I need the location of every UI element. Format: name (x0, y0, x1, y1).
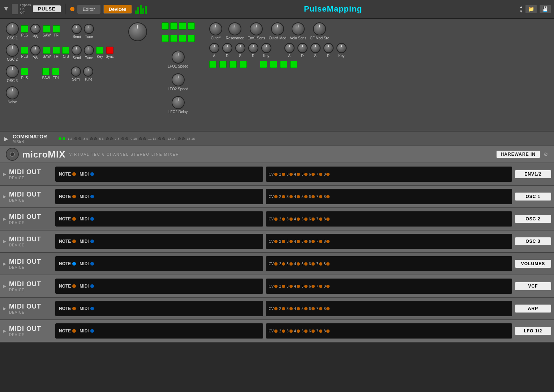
lfo-btn-2[interactable] (170, 22, 177, 30)
midi-subtitle-5: DEVICE (9, 288, 52, 292)
folder-button[interactable]: 📁 (525, 5, 537, 13)
lfo2-speed-knob[interactable] (172, 73, 185, 86)
cutoff-knob[interactable] (209, 22, 222, 35)
combinator-arrow[interactable]: ▶ (4, 136, 8, 142)
osc3-pls-btn[interactable] (21, 68, 28, 75)
midi-play-2[interactable]: ▶ (3, 216, 6, 221)
osc2-knob[interactable] (6, 44, 19, 57)
cv-item-7-1: CV (269, 329, 278, 333)
noise-knob[interactable] (6, 86, 19, 99)
midi-play-7[interactable]: ▶ (3, 328, 6, 333)
osc3-saw-btn[interactable] (42, 68, 50, 75)
osc2-pls-btn[interactable] (21, 47, 28, 54)
osc2-semi-knob[interactable] (72, 45, 82, 55)
editor-button[interactable]: Editor (77, 5, 100, 14)
cv-slots-4: CV 2 3 4 5 6 7 8 (266, 256, 512, 271)
cv-item-6-4: 4 (294, 307, 300, 311)
lfo1-speed-knob[interactable] (172, 51, 185, 64)
env1-r-knob[interactable] (248, 43, 258, 53)
midi-play-5[interactable]: ▶ (3, 284, 6, 289)
osc2-key-btn[interactable] (96, 47, 103, 54)
osc3-knob[interactable] (6, 65, 19, 78)
env1-a-knob[interactable] (209, 43, 219, 53)
cv-dot-3-5 (304, 240, 308, 243)
velosens-knob[interactable] (292, 22, 305, 35)
mixer-settings-icon[interactable]: ⚙ (544, 151, 548, 157)
osc3-tri-btn[interactable] (52, 68, 59, 75)
led-f2[interactable] (219, 61, 227, 68)
save-button[interactable]: 💾 (539, 5, 551, 13)
led-f6[interactable] (270, 61, 277, 68)
cutoffmod-knob[interactable] (271, 22, 284, 35)
dot-group-15-16 (178, 137, 185, 140)
hardware-in-badge[interactable]: HAREWARE IN (497, 151, 540, 158)
lfo2-delay-knob[interactable] (172, 96, 185, 109)
led-f5[interactable] (260, 61, 267, 68)
name-badge-1: OSC 1 (515, 193, 551, 201)
env1sens-knob[interactable] (250, 22, 263, 35)
env2-a-knob[interactable] (284, 43, 295, 53)
led-f3[interactable] (229, 61, 237, 68)
led-f4[interactable] (240, 61, 247, 68)
midi-play-4[interactable]: ▶ (3, 261, 6, 266)
led-f1[interactable] (209, 61, 216, 68)
lfo-btn-6[interactable] (170, 35, 177, 42)
env2-a-label: A (288, 54, 291, 58)
osc3-semi-knob[interactable] (71, 66, 81, 77)
power-btn[interactable] (12, 4, 18, 14)
lfo-btn-1[interactable] (162, 22, 169, 30)
cv-item-2-7: 7 (316, 217, 322, 221)
osc1-tune-knob[interactable] (84, 24, 94, 34)
center-knob[interactable] (128, 22, 147, 41)
osc2-saw-btn[interactable] (43, 47, 50, 54)
nav-down[interactable]: ▼ (519, 9, 523, 13)
osc2-tune-knob[interactable] (84, 45, 94, 55)
devices-button[interactable]: Devices (103, 5, 132, 14)
osc1-pls-btn[interactable] (21, 25, 28, 33)
osc2-sync-btn[interactable] (106, 47, 113, 54)
cv-dot-7-5 (304, 329, 308, 333)
midi-title-col-4: MIDI OUT DEVICE (9, 258, 52, 270)
cfmodsrc-knob[interactable] (313, 22, 326, 35)
midi-title-col-0: MIDI OUT DEVICE (9, 168, 52, 180)
env2-key-knob[interactable] (336, 43, 347, 53)
lfo-btn-7[interactable] (179, 35, 186, 42)
lfo-btn-3[interactable] (179, 22, 186, 30)
resonance-knob[interactable] (228, 22, 241, 35)
nav-arrows[interactable]: ▲ ▼ (519, 5, 523, 13)
env1-d-container: D (222, 43, 232, 58)
cv-dot-6-7 (319, 307, 322, 310)
midi-label-4: MIDI (80, 261, 89, 266)
env2-d-knob[interactable] (297, 43, 308, 53)
top-bar-left: ▼ Bypass On Off PULSE (3, 3, 61, 15)
osc1-saw-btn[interactable] (43, 25, 50, 33)
cv-item-1-4: 4 (294, 195, 300, 199)
osc2-crs-btn[interactable] (62, 47, 69, 54)
env2-r-knob[interactable] (323, 43, 334, 53)
osc2-tri-btn[interactable] (53, 47, 60, 54)
osc1-semi-knob[interactable] (72, 24, 82, 34)
osc1-pw-knob[interactable] (30, 24, 40, 34)
osc3-tune-knob[interactable] (83, 66, 93, 77)
env1-s-knob[interactable] (235, 43, 245, 53)
osc1-tri-btn[interactable] (53, 25, 60, 33)
midi-play-6[interactable]: ▶ (3, 306, 6, 311)
osc1-knob[interactable] (6, 22, 19, 35)
lfo-btn-8[interactable] (188, 35, 195, 42)
midi-play-3[interactable]: ▶ (3, 239, 6, 244)
midi-play-0[interactable]: ▶ (3, 172, 6, 177)
cv-dot-0-8 (326, 173, 330, 176)
midi-play-1[interactable]: ▶ (3, 194, 6, 199)
nav-up[interactable]: ▲ (519, 5, 523, 9)
led-f8[interactable] (290, 61, 297, 68)
osc2-key-label: Key (97, 55, 103, 59)
env1-key-knob[interactable] (261, 43, 271, 53)
lfo-btn-5[interactable] (162, 35, 169, 42)
env2-s-knob[interactable] (310, 43, 321, 53)
led-f7[interactable] (280, 61, 287, 68)
env1-d-knob[interactable] (222, 43, 232, 53)
collapse-arrow[interactable]: ▼ (3, 5, 9, 13)
lfo-btn-4[interactable] (188, 22, 195, 30)
osc2-sync-container: Sync (106, 47, 113, 59)
osc2-pw-knob[interactable] (30, 45, 40, 55)
